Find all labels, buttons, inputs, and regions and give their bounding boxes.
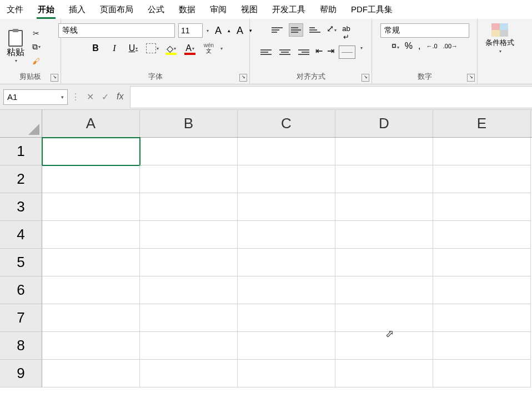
insert-function-button[interactable]: fx bbox=[117, 92, 123, 102]
orientation-button[interactable]: ⤢▾ bbox=[327, 23, 337, 42]
conditional-formatting-button[interactable]: 条件格式 ▾ bbox=[481, 21, 519, 56]
decrease-indent-button[interactable]: ⇤ bbox=[315, 46, 323, 59]
name-box[interactable]: A1 ▾ bbox=[3, 89, 68, 105]
cell[interactable] bbox=[335, 304, 433, 332]
cell[interactable] bbox=[42, 193, 140, 221]
tab-review[interactable]: 审阅 bbox=[209, 2, 228, 19]
cell[interactable] bbox=[238, 360, 335, 387]
cell[interactable] bbox=[42, 332, 140, 360]
align-bottom-button[interactable] bbox=[308, 23, 322, 37]
column-header[interactable]: A bbox=[42, 110, 140, 137]
dialog-launcher-icon[interactable]: ↘ bbox=[467, 74, 475, 82]
select-all-corner[interactable] bbox=[0, 110, 42, 137]
number-format-select[interactable] bbox=[380, 23, 469, 38]
tab-developer[interactable]: 开发工具 bbox=[271, 2, 307, 19]
tab-insert[interactable]: 插入 bbox=[68, 2, 87, 19]
cell[interactable] bbox=[433, 304, 531, 332]
cell[interactable] bbox=[42, 249, 140, 276]
align-center-button[interactable] bbox=[278, 46, 292, 59]
underline-button[interactable]: U▾ bbox=[126, 41, 141, 56]
cell[interactable] bbox=[140, 138, 238, 165]
cell[interactable] bbox=[140, 221, 238, 249]
column-header[interactable]: E bbox=[433, 110, 531, 137]
cell[interactable] bbox=[42, 221, 140, 249]
row-header[interactable]: 2 bbox=[0, 165, 42, 193]
percent-button[interactable]: % bbox=[405, 41, 413, 51]
row-header[interactable]: 4 bbox=[0, 221, 42, 249]
dialog-launcher-icon[interactable]: ↘ bbox=[51, 74, 58, 82]
row-header[interactable]: 8 bbox=[0, 332, 42, 360]
chevron-down-icon[interactable]: ▾ bbox=[207, 28, 209, 33]
row-header[interactable]: 5 bbox=[0, 249, 42, 276]
tab-home[interactable]: 开始 bbox=[37, 2, 56, 19]
cell[interactable] bbox=[238, 165, 335, 193]
column-header[interactable]: B bbox=[140, 110, 238, 137]
cell[interactable] bbox=[238, 304, 335, 332]
cell[interactable] bbox=[433, 276, 531, 304]
cell[interactable] bbox=[433, 360, 531, 387]
fill-color-button[interactable]: ◇▾ bbox=[163, 41, 179, 56]
cell[interactable] bbox=[238, 332, 335, 360]
increase-decimal-button[interactable]: ←.0 bbox=[426, 43, 438, 49]
cell[interactable] bbox=[238, 249, 335, 276]
font-size-select[interactable] bbox=[178, 23, 203, 38]
cell[interactable] bbox=[140, 360, 238, 387]
cancel-formula-button[interactable]: ✕ bbox=[87, 92, 94, 102]
format-painter-button[interactable]: 🖌 bbox=[30, 55, 42, 67]
cell[interactable] bbox=[335, 276, 433, 304]
tab-data[interactable]: 数据 bbox=[178, 2, 197, 19]
cell[interactable] bbox=[335, 193, 433, 221]
cell[interactable] bbox=[140, 165, 238, 193]
paste-button[interactable]: 粘贴 ▾ bbox=[3, 29, 28, 64]
cell[interactable] bbox=[433, 138, 531, 165]
copy-button[interactable]: ⧉▾ bbox=[30, 41, 42, 53]
tab-formulas[interactable]: 公式 bbox=[147, 2, 165, 19]
row-header[interactable]: 3 bbox=[0, 193, 42, 221]
cell[interactable] bbox=[140, 332, 238, 360]
accounting-format-button[interactable]: ¤▾ bbox=[392, 41, 399, 51]
cell[interactable] bbox=[433, 165, 531, 193]
cell[interactable] bbox=[335, 249, 433, 276]
increase-font-button[interactable]: A bbox=[212, 25, 224, 37]
wrap-text-button[interactable]: ab ↵ bbox=[341, 23, 351, 42]
cell[interactable] bbox=[433, 193, 531, 221]
row-header[interactable]: 7 bbox=[0, 304, 42, 332]
cell[interactable] bbox=[433, 221, 531, 249]
cell[interactable] bbox=[42, 138, 140, 165]
align-middle-button[interactable] bbox=[289, 23, 303, 37]
cell[interactable] bbox=[42, 360, 140, 387]
enter-formula-button[interactable]: ✓ bbox=[102, 92, 109, 102]
cell[interactable] bbox=[433, 332, 531, 360]
comma-style-button[interactable]: , bbox=[418, 41, 420, 51]
row-header[interactable]: 9 bbox=[0, 360, 42, 387]
merge-cells-button[interactable] bbox=[339, 46, 355, 59]
tab-view[interactable]: 视图 bbox=[240, 2, 259, 19]
column-header[interactable]: C bbox=[238, 110, 335, 137]
row-header[interactable]: 1 bbox=[0, 138, 42, 165]
cell[interactable] bbox=[335, 138, 433, 165]
align-right-button[interactable] bbox=[297, 46, 311, 59]
cell[interactable] bbox=[140, 304, 238, 332]
font-name-select[interactable] bbox=[58, 23, 175, 38]
cell[interactable] bbox=[140, 276, 238, 304]
cell[interactable] bbox=[335, 221, 433, 249]
formula-input[interactable] bbox=[130, 86, 532, 108]
cell[interactable] bbox=[42, 165, 140, 193]
tab-help[interactable]: 帮助 bbox=[319, 2, 338, 19]
cell[interactable] bbox=[238, 138, 335, 165]
cell[interactable] bbox=[238, 221, 335, 249]
decrease-font-button[interactable]: A bbox=[234, 25, 246, 37]
border-button[interactable]: ▾ bbox=[144, 41, 160, 56]
cell[interactable] bbox=[335, 165, 433, 193]
italic-button[interactable]: I bbox=[107, 41, 122, 56]
cell[interactable] bbox=[335, 332, 433, 360]
bold-button[interactable]: B bbox=[88, 41, 103, 56]
increase-indent-button[interactable]: ⇥ bbox=[327, 46, 334, 59]
font-color-button[interactable]: A▾ bbox=[182, 41, 198, 56]
cell[interactable] bbox=[140, 249, 238, 276]
tab-file[interactable]: 文件 bbox=[6, 2, 24, 19]
row-header[interactable]: 6 bbox=[0, 276, 42, 304]
tab-pdf[interactable]: PDF工具集 bbox=[350, 2, 394, 19]
cell[interactable] bbox=[238, 193, 335, 221]
cell[interactable] bbox=[433, 249, 531, 276]
